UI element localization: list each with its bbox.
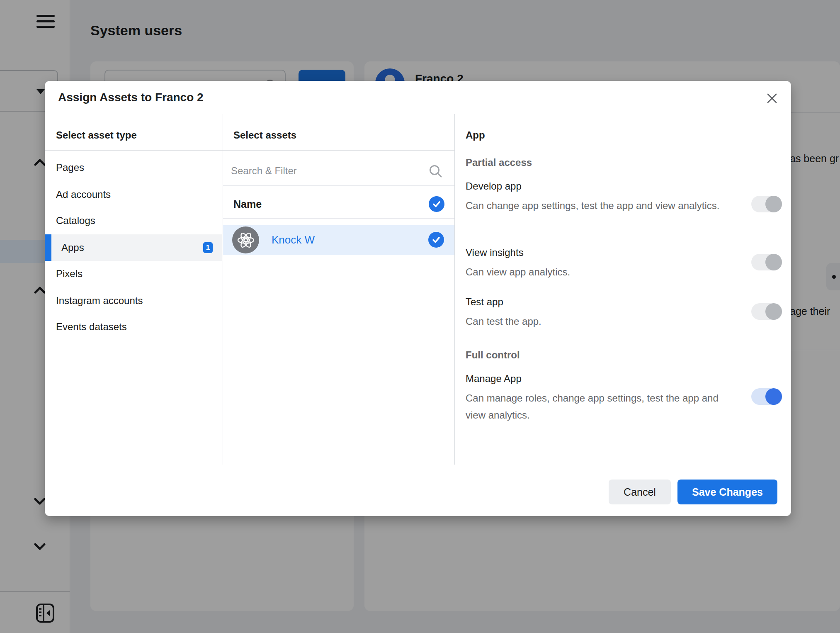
section-title-partial-access: Partial access	[466, 157, 532, 168]
permission-name-view-insights: View insights	[466, 247, 524, 258]
asset-type-pages[interactable]: Pages	[45, 154, 222, 181]
permission-name-develop-app: Develop app	[466, 180, 522, 192]
asset-name: Knock W	[272, 234, 315, 246]
toggle-develop-app[interactable]	[751, 196, 782, 212]
check-icon	[432, 235, 441, 244]
asset-type-panel-header: Select asset type	[56, 129, 137, 141]
asset-row-knock-w[interactable]: Knock W	[223, 225, 454, 255]
toggle-test-app[interactable]	[751, 303, 782, 320]
toggle-knob	[765, 388, 782, 405]
header-divider	[45, 150, 454, 151]
asset-search-input[interactable]	[230, 158, 398, 184]
toggle-view-insights[interactable]	[751, 254, 782, 270]
toggle-knob	[765, 196, 782, 212]
divider	[223, 185, 454, 186]
column-divider	[454, 114, 455, 465]
section-title-full-control: Full control	[466, 349, 520, 361]
modal-title: Assign Assets to Franco 2	[58, 91, 204, 104]
cancel-button[interactable]: Cancel	[609, 480, 671, 504]
search-icon	[428, 164, 443, 179]
toggle-knob	[765, 303, 782, 320]
asset-type-events-datasets[interactable]: Events datasets	[45, 314, 222, 340]
footer-divider	[454, 464, 791, 464]
permissions-panel-header: App	[466, 129, 485, 141]
column-divider	[223, 114, 223, 465]
divider	[223, 218, 454, 219]
permission-name-test-app: Test app	[466, 296, 503, 308]
asset-type-apps[interactable]: Apps 1	[45, 234, 222, 261]
assign-assets-modal: Assign Assets to Franco 2 Select asset t…	[45, 81, 791, 516]
toggle-knob	[765, 254, 782, 270]
permission-description: Can change app settings, test the app an…	[466, 197, 721, 214]
screen: System users Franco 2 as been gr age the…	[0, 0, 840, 633]
select-all-checkbox[interactable]	[429, 196, 444, 212]
assets-panel-header: Select assets	[233, 129, 296, 141]
name-column-header: Name	[233, 198, 262, 210]
asset-type-catalogs[interactable]: Catalogs	[45, 207, 222, 234]
selected-indicator-bar	[45, 234, 51, 261]
permission-name-manage-app: Manage App	[466, 373, 522, 385]
asset-type-instagram-accounts[interactable]: Instagram accounts	[45, 287, 222, 314]
close-button[interactable]	[761, 88, 783, 109]
permission-description: Can test the app.	[466, 313, 721, 330]
save-changes-button[interactable]: Save Changes	[677, 480, 777, 504]
permission-description: Can manage roles, change app settings, t…	[466, 390, 721, 424]
asset-type-pixels[interactable]: Pixels	[45, 261, 222, 287]
asset-type-ad-accounts[interactable]: Ad accounts	[45, 181, 222, 208]
count-badge: 1	[203, 242, 213, 253]
toggle-manage-app[interactable]	[751, 388, 782, 405]
asset-checkbox[interactable]	[428, 232, 444, 248]
check-icon	[432, 200, 441, 209]
app-atom-icon	[232, 226, 259, 253]
permission-description: Can view app analytics.	[466, 263, 721, 280]
close-icon	[766, 93, 778, 104]
